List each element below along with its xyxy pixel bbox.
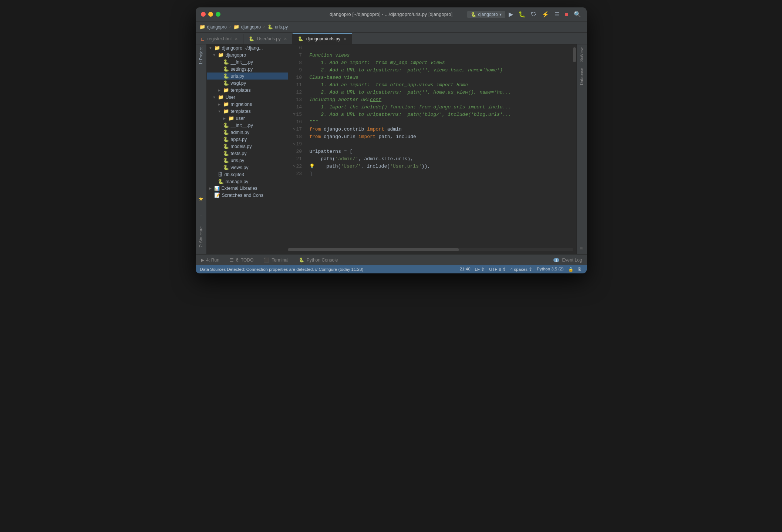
profile-button[interactable]: ⚡ [540,10,551,19]
tree-root[interactable]: ▼ 📁 djangopro ~/djang... [207,44,288,51]
breadcrumb-file[interactable]: 🐍 urls.py [267,24,288,30]
tree-db-label: db.sqlite3 [225,172,245,177]
tree-ext-label: External Libraries [222,186,257,191]
tab-label-djangopro-urls: djangopro/urls.py [306,36,340,41]
tab-close-register[interactable]: ✕ [235,37,238,41]
tree-templates-closed[interactable]: ▶ 📁 templates [207,87,288,94]
tab-user-urls[interactable]: 🐍 User/urls.py ✕ [243,34,293,44]
run-tab[interactable]: ▶ 4: Run [196,255,225,265]
arrow-closed-t: ▶ [218,88,223,92]
close-button[interactable] [201,12,206,17]
indent-setting[interactable]: 4 spaces ⇕ [510,267,532,272]
scrollbar-thumb[interactable] [573,47,576,62]
tree-admin-py[interactable]: 🐍 admin.py [207,129,288,136]
tree-external-libs[interactable]: ▶ 📊 External Libraries [207,185,288,192]
python-version[interactable]: Python 3.5 (2) [537,267,563,272]
todo-tab[interactable]: ☰ 6: TODO [225,255,259,265]
todo-label: 6: TODO [236,257,254,263]
maximize-button[interactable] [216,12,220,17]
tree-djangopro[interactable]: ▼ 📁 djangopro [207,51,288,58]
tree-migrations[interactable]: ▶ 📁 migrations [207,101,288,108]
py-icon-init: 🐍 [223,59,229,65]
templates-open-icon: 📁 [223,108,229,114]
traffic-lights [196,12,220,17]
sidebar-item-structure[interactable]: 7: Structure [197,223,205,251]
event-log-label: Event Log [562,257,582,263]
arrow-mig: ▶ [218,102,223,106]
arrow-icon-2: ▼ [213,53,218,57]
tab-djangopro-urls[interactable]: 🐍 djangopro/urls.py ✕ [293,33,352,44]
tree-urls-label-2: urls.py [231,158,245,163]
line-ending[interactable]: LF ⇕ [475,267,485,272]
tree-djangopro-label: djangopro [226,53,246,58]
py-file-icon-3: 🐍 [298,36,303,41]
py-icon-manage: 🐍 [218,179,224,184]
arrow-user: ▼ [213,95,218,99]
cursor-position[interactable]: 21:40 [460,267,471,272]
tree-db-sqlite[interactable]: 🗄 db.sqlite3 [207,171,288,178]
tree-scratches[interactable]: 📝 Scratches and Cons [207,192,288,199]
tree-tests-py[interactable]: 🐍 tests.py [207,150,288,157]
sidebar-collapse-btn[interactable]: ⊞ [580,245,583,251]
stop-button[interactable]: ■ [563,10,570,19]
tree-models-py[interactable]: 🐍 models.py [207,143,288,150]
sqlite-icon: 🗄 [218,172,223,177]
tab-register-html[interactable]: ◻ register.html ✕ [196,34,243,44]
arrow-templates: ▼ [218,110,223,113]
coverage-button[interactable]: 🛡 [529,10,539,19]
tab-close-djangopro[interactable]: ✕ [343,37,347,41]
editor-area[interactable]: 6 7 8 9 10 11 12 13 14 ▽15 16 ▽17 18 ▽19… [288,44,576,254]
line-numbers: 6 7 8 9 10 11 12 13 14 ▽15 16 ▽17 18 ▽19… [288,44,306,254]
status-bar: Data Sources Detected: Connection proper… [196,265,587,273]
py-icon-views: 🐍 [223,165,229,170]
terminal-tab[interactable]: ⬛ Terminal [259,255,293,265]
build-button[interactable]: ☰ [553,10,562,19]
horizontal-scrollbar[interactable] [288,248,573,251]
python-console-tab[interactable]: 🐍 Python Console [294,255,343,265]
scrollbar-track[interactable] [573,44,576,254]
sidebar-right-database[interactable]: Database [578,65,585,88]
py-icon-apps: 🐍 [223,137,229,142]
run-config-dropdown[interactable]: 🐍 djangopro ▾ [467,11,505,18]
search-button[interactable]: 🔍 [572,10,583,19]
sidebar-item-project[interactable]: 1: Project [197,44,205,67]
tree-init-py-2[interactable]: 🐍 __init__.py [207,122,288,129]
tree-init-py[interactable]: 🐍 __init__.py [207,58,288,65]
tree-apps-py[interactable]: 🐍 apps.py [207,136,288,143]
run-button[interactable]: ▶ [507,10,515,19]
sidebar-right-sciview[interactable]: SciView [578,44,585,65]
sidebar-item-extra[interactable]: ⋮ [197,208,205,220]
code-lines[interactable]: Function views 1. Add an import: from my… [306,44,576,254]
tree-templates-open[interactable]: ▼ 📁 templates [207,108,288,115]
tree-urls-py[interactable]: 🐍 urls.py [207,73,288,80]
tree-settings-py[interactable]: 🐍 settings.py [207,65,288,73]
todo-icon: ☰ [230,257,234,263]
minimize-button[interactable] [208,12,213,17]
tree-manage-py[interactable]: 🐍 manage.py [207,178,288,185]
left-sidebar-strip: 1: Project ★ ⋮ 7: Structure [196,44,207,254]
tree-apps-label: apps.py [231,137,247,142]
charset[interactable]: UTF-8 ⇕ [489,267,506,272]
tree-templates-closed-label: templates [231,88,251,93]
tree-wsgi-label: wsgi.py [231,81,246,86]
py-icon-wsgi: 🐍 [223,80,229,86]
tree-user-sub[interactable]: ▶ 📁 user [207,115,288,122]
tree-models-label: models.py [231,144,252,149]
h-scrollbar-thumb[interactable] [288,248,459,251]
tab-close-user-urls[interactable]: ✕ [284,37,287,41]
tree-admin-label: admin.py [231,130,250,135]
event-log-btn[interactable]: 1 Event Log [553,257,587,263]
breadcrumb-djangopro[interactable]: 📁 djangopro [199,24,227,30]
tree-tests-label: tests.py [231,151,247,156]
breadcrumb-subdir[interactable]: 📁 djangopro [233,24,261,30]
tree-user-folder[interactable]: ▼ 📁 User [207,94,288,101]
tree-views-py[interactable]: 🐍 views.py [207,164,288,171]
debug-button[interactable]: 🐛 [516,10,527,19]
py-icon-init2: 🐍 [223,122,229,128]
tab-label-register: register.html [208,36,232,41]
tree-wsgi-py[interactable]: 🐍 wsgi.py [207,80,288,87]
scratch-icon: 📝 [214,192,220,198]
terminal-label: Terminal [272,257,288,263]
sidebar-item-favorites[interactable]: ★ [196,192,205,206]
tree-urls-py-2[interactable]: 🐍 urls.py [207,157,288,164]
